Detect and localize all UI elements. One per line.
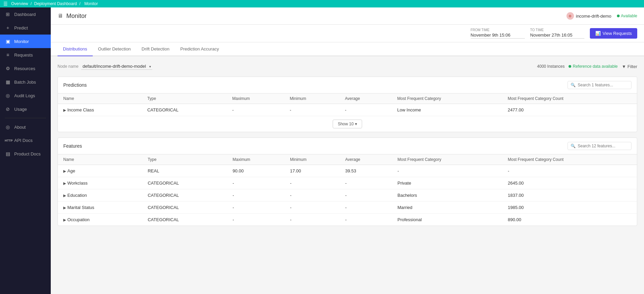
col-minimum: Minimum (284, 93, 339, 104)
feat-most-frequent-count-cell: 2645.00 (503, 177, 637, 189)
pred-name-cell: ▶Income Class (58, 104, 142, 116)
instances-count: 4000 Instances (537, 64, 564, 69)
tab-drift-detection[interactable]: Drift Detection (136, 42, 175, 56)
tabs-bar: Distributions Outlier Detection Drift De… (51, 42, 644, 56)
feat-average-cell: - (340, 189, 392, 202)
predictions-table: Name Type Maximum Minimum Average Most F… (58, 93, 637, 116)
feat-minimum-cell: 17.00 (285, 165, 340, 177)
expand-button[interactable]: ▶ (63, 169, 67, 173)
feat-minimum-cell: - (285, 189, 340, 202)
sidebar-item-resources[interactable]: ⚙ Resources (0, 62, 51, 75)
feat-average-cell: 39.53 (340, 165, 392, 177)
sidebar-label-product-docs: Product Docs (14, 151, 41, 156)
feat-maximum-cell: - (227, 177, 285, 189)
requests-icon: ≡ (5, 52, 11, 58)
sidebar-item-monitor[interactable]: ▣ Monitor (0, 35, 51, 48)
feat-name-cell: ▶Education (58, 189, 142, 202)
predictions-show-more-chevron: ▾ (355, 122, 357, 126)
feat-most-frequent-cell: Bachelors (392, 189, 502, 202)
from-time-value[interactable]: November 9th 15:06 (471, 33, 525, 39)
predictions-show-more-button[interactable]: Show 10 ▾ (333, 120, 362, 128)
status-label: Available (621, 14, 637, 18)
feat-type-cell: CATEGORICAL (142, 214, 227, 226)
features-search-box[interactable]: 🔍 (568, 142, 631, 150)
feat-col-name: Name (58, 154, 142, 165)
sidebar-item-predict[interactable]: + Predict (0, 21, 51, 35)
node-row: Node name default/income-drift-demo-mode… (58, 62, 637, 71)
breadcrumb-deployment-dashboard[interactable]: Deployment Dashboard (34, 1, 77, 6)
node-label: Node name (58, 64, 79, 69)
product-docs-icon: ▤ (5, 151, 11, 156)
feat-most-frequent-count-cell: - (503, 165, 637, 177)
header-right: ⚙ income-drift-demo Available (567, 12, 637, 20)
feat-most-frequent-count-cell: 1985.00 (503, 202, 637, 214)
audit-logs-icon: ◎ (5, 93, 11, 98)
feat-average-cell: - (340, 202, 392, 214)
expand-button[interactable]: ▶ (63, 206, 67, 210)
node-select[interactable]: default/income-drift-demo-model (81, 63, 152, 70)
sidebar-item-product-docs[interactable]: ▤ Product Docs (0, 147, 51, 161)
menu-icon[interactable]: ☰ (3, 1, 8, 6)
filter-button[interactable]: ▼ Filter (622, 64, 637, 69)
feat-name-cell: ▶Marital Status (58, 202, 142, 214)
sidebar-item-audit-logs[interactable]: ◎ Audit Logs (0, 89, 51, 102)
feat-col-maximum: Maximum (227, 154, 285, 165)
breadcrumb-overview[interactable]: Overview (11, 1, 28, 6)
predictions-search-box[interactable]: 🔍 (568, 81, 631, 89)
predictions-search-input[interactable] (578, 83, 628, 87)
feat-average-cell: - (340, 214, 392, 226)
feat-minimum-cell: - (285, 202, 340, 214)
features-table-title: Features (63, 143, 82, 149)
expand-button[interactable]: ▶ (63, 193, 67, 198)
page-title-container: 🖥 Monitor (58, 13, 87, 20)
predictions-table-title: Predictions (63, 82, 87, 88)
main-content: Node name default/income-drift-demo-mode… (51, 56, 644, 294)
feat-most-frequent-count-cell: 1837.00 (503, 189, 637, 202)
to-time-label: To Time (530, 28, 584, 32)
ref-label: Reference data available (573, 64, 618, 69)
monitor-page-icon: 🖥 (58, 13, 63, 19)
feat-type-cell: CATEGORICAL (142, 202, 227, 214)
sidebar-item-api-docs[interactable]: HTTP API Docs (0, 134, 51, 147)
tab-distributions[interactable]: Distributions (58, 42, 93, 56)
predictions-show-more-row: Show 10 ▾ (58, 116, 637, 132)
model-name: income-drift-demo (576, 14, 612, 19)
feat-maximum-cell: - (227, 189, 285, 202)
table-row: ▶Age REAL 90.00 17.00 39.53 - - (58, 165, 637, 177)
view-requests-label: View Requests (603, 31, 632, 36)
page-header: 🖥 Monitor ⚙ income-drift-demo Available (51, 7, 644, 25)
sidebar-item-about[interactable]: ◎ About (0, 120, 51, 134)
expand-button[interactable]: ▶ (63, 181, 67, 186)
table-row: ▶Education CATEGORICAL - - - Bachelors 1… (58, 189, 637, 202)
feat-maximum-cell: - (227, 214, 285, 226)
pred-maximum-cell: - (227, 104, 284, 116)
time-controls: From Time November 9th 15:06 To Time Nov… (51, 25, 644, 42)
expand-button[interactable]: ▶ (63, 108, 67, 112)
col-most-frequent: Most Frequent Category (392, 93, 502, 104)
feat-maximum-cell: 90.00 (227, 165, 285, 177)
about-icon: ◎ (5, 124, 11, 130)
sidebar-item-dashboard[interactable]: ⊞ Dashboard (0, 7, 51, 21)
usage-icon: ⊘ (5, 106, 11, 112)
table-row: ▶Occupation CATEGORICAL - - - Profession… (58, 214, 637, 226)
view-requests-button[interactable]: 📊 View Requests (590, 28, 637, 39)
sidebar-item-requests[interactable]: ≡ Requests (0, 48, 51, 62)
sidebar-item-usage[interactable]: ⊘ Usage (0, 102, 51, 116)
feat-col-type: Type (142, 154, 227, 165)
dashboard-icon: ⊞ (5, 12, 11, 17)
tab-outlier-detection[interactable]: Outlier Detection (93, 42, 136, 56)
resources-icon: ⚙ (5, 66, 11, 71)
sidebar-item-batch-jobs[interactable]: ▦ Batch Jobs (0, 75, 51, 89)
feat-most-frequent-cell: Married (392, 202, 502, 214)
pred-minimum-cell: - (284, 104, 339, 116)
tab-prediction-accuracy[interactable]: Prediction Accuracy (175, 42, 224, 56)
status-dot (617, 15, 620, 17)
table-row: ▶Income Class CATEGORICAL - - - Low Inco… (58, 104, 637, 116)
ref-badge: Reference data available (569, 64, 618, 69)
sidebar-label-predict: Predict (14, 25, 28, 30)
features-search-input[interactable] (578, 144, 628, 148)
feat-name-cell: ▶Age (58, 165, 142, 177)
to-time-value[interactable]: November 27th 16:05 (530, 33, 584, 39)
expand-button[interactable]: ▶ (63, 218, 67, 222)
api-docs-icon: HTTP (5, 139, 11, 142)
